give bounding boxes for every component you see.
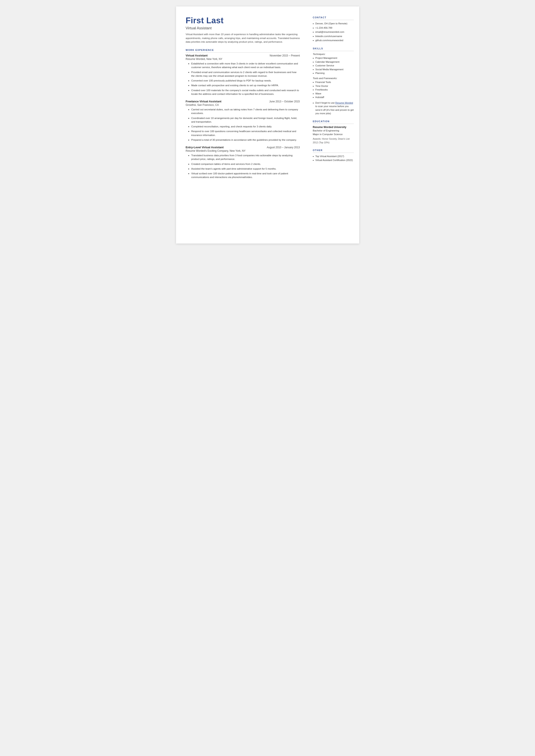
edu-degree-line2: Major in Computer Science — [313, 132, 354, 136]
list-item: Wave — [313, 92, 354, 96]
tools-label: Tools and Frameworks: — [313, 77, 354, 79]
list-item: Prepared a total of 30 presentations in … — [188, 138, 300, 142]
list-item: Made contact with prospective and existi… — [188, 84, 300, 87]
list-item: Translated business data priorities from… — [188, 154, 300, 161]
edu-awards: Awards: Honor Society, Dean's List 2012 … — [313, 137, 354, 144]
other-section-title: OTHER — [313, 149, 354, 153]
job-bullets-3: Translated business data priorities from… — [186, 154, 300, 179]
left-column: First Last Virtual Assistant Virtual Ass… — [176, 7, 307, 243]
job-header-1: Virtual Assistant November 2015 – Presen… — [186, 54, 300, 57]
techniques-label: Techniques: — [313, 53, 354, 55]
list-item: Carried out secretarial duties, such as … — [188, 108, 300, 115]
contact-list: Denver, OH (Open to Remote) +1-234-456-7… — [313, 22, 354, 42]
candidate-summary: Virtual Assistant with more than 10 year… — [186, 33, 300, 44]
list-item: Financial Tools — [313, 80, 354, 84]
list-item: Hubstaff — [313, 96, 354, 99]
work-experience-section-title: WORK EXPERIENCE — [186, 49, 300, 53]
job-header-3: Entry-Level Virtual Assistant August 201… — [186, 146, 300, 149]
resume-page: First Last Virtual Assistant Virtual Ass… — [176, 7, 359, 243]
education-section-title: EDUCATION — [313, 120, 354, 124]
list-item: github.com/resumeworded — [313, 39, 354, 42]
list-item: linkedin.com/in/username — [313, 35, 354, 38]
right-column: CONTACT Denver, OH (Open to Remote) +1-2… — [307, 7, 359, 243]
list-item: Calendar Management — [313, 60, 354, 64]
education-section: EDUCATION Resume Worded University Bache… — [313, 120, 354, 144]
list-item: Converted over 100 previously published … — [188, 79, 300, 83]
list-item: Assisted the team's agents with part-tim… — [188, 167, 300, 171]
job-block-3: Entry-Level Virtual Assistant August 201… — [186, 146, 300, 179]
resume-worded-link[interactable]: Resume Worded — [335, 101, 353, 104]
contact-section-title: CONTACT — [313, 16, 354, 20]
job-block-1: Virtual Assistant November 2015 – Presen… — [186, 54, 300, 96]
skills-note-prefix: Don't forget to use — [316, 101, 335, 104]
list-item: Virtual Assistant Certification (2022) — [313, 158, 354, 162]
skills-note-suffix: to scan your resume before you send it o… — [316, 105, 354, 115]
name-title-section: First Last Virtual Assistant Virtual Ass… — [186, 16, 300, 44]
job-title-2: Freelance Virtual Assistant — [186, 100, 221, 103]
list-item: Planning — [313, 71, 354, 75]
skills-section: SKILLS Techniques: Project Management Ca… — [313, 47, 354, 115]
list-item: email@resumeworded.com — [313, 30, 354, 34]
edu-degree-line1: Bachelor of Engineering — [313, 129, 354, 132]
list-item: Time Doctor — [313, 84, 354, 88]
job-company-1: Resume Worded, New York, NY — [186, 58, 300, 61]
list-item: Project Management — [313, 56, 354, 60]
job-dates-3: August 2010 – January 2013 — [267, 146, 300, 149]
list-item: Completed reconciliation, reporting, and… — [188, 125, 300, 128]
skills-section-title: SKILLS — [313, 47, 354, 51]
contact-section: CONTACT Denver, OH (Open to Remote) +1-2… — [313, 16, 354, 42]
job-title-1: Virtual Assistant — [186, 54, 208, 57]
tools-list: Financial Tools Time Doctor Freshbooks W… — [313, 80, 354, 99]
list-item: Provided email and communication service… — [188, 70, 300, 78]
job-header-2: Freelance Virtual Assistant June 2013 – … — [186, 100, 300, 103]
list-item: +1-234-456-789 — [313, 26, 354, 30]
job-title-3: Entry-Level Virtual Assistant — [186, 146, 224, 149]
other-section: OTHER Top Virtual Assistant (2017) Virtu… — [313, 149, 354, 162]
list-item: Freshbooks — [313, 88, 354, 92]
other-list: Top Virtual Assistant (2017) Virtual Ass… — [313, 154, 354, 162]
job-dates-1: November 2015 – Present — [269, 54, 300, 57]
job-block-2: Freelance Virtual Assistant June 2013 – … — [186, 100, 300, 142]
list-item: Established a connection with more than … — [188, 62, 300, 70]
list-item: Created comparison tables of items and s… — [188, 162, 300, 166]
list-item: Virtual scribed over 100 doctor-patient … — [188, 172, 300, 179]
list-item: Denver, OH (Open to Remote) — [313, 22, 354, 26]
list-item: Customer Service — [313, 64, 354, 68]
list-item: Social Media Management — [313, 68, 354, 71]
candidate-name: First Last — [186, 16, 300, 25]
job-bullets-1: Established a connection with more than … — [186, 62, 300, 96]
skills-note: Don't forget to use Resume Worded to sca… — [313, 101, 354, 115]
list-item: Created over 100 materials for the compa… — [188, 89, 300, 96]
candidate-job-title: Virtual Assistant — [186, 26, 300, 30]
list-item: Top Virtual Assistant (2017) — [313, 154, 354, 158]
job-company-2: Growthsi, San Francisco, CA — [186, 103, 300, 106]
job-company-3: Resume Worded's Exciting Company, New Yo… — [186, 149, 300, 153]
edu-school: Resume Worded University — [313, 126, 354, 129]
techniques-list: Project Management Calendar Management C… — [313, 56, 354, 75]
job-bullets-2: Carried out secretarial duties, such as … — [186, 108, 300, 142]
list-item: Coordinated over 10 arrangements per day… — [188, 116, 300, 124]
job-dates-2: June 2013 – October 2015 — [269, 100, 300, 103]
list-item: Respond to over 100 questions concerning… — [188, 129, 300, 137]
